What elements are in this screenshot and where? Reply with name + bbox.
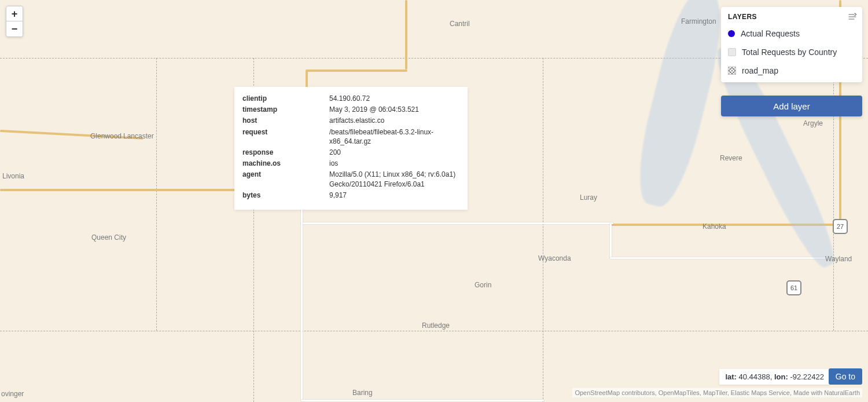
tooltip-field-key: host [242, 116, 329, 125]
zoom-control: + − [6, 6, 23, 37]
coordinates-display: lat: 40.44388, lon: -92.22422 [719, 369, 830, 385]
road-highway [306, 70, 407, 72]
layers-panel: LAYERS Actual Requests Total Requests by… [721, 7, 862, 82]
tooltip-field-key: clientip [242, 94, 329, 103]
road-local [610, 257, 830, 259]
city-label: Queen City [91, 233, 126, 242]
goto-button[interactable]: Go to [829, 368, 862, 385]
road-local [301, 400, 544, 401]
tooltip-field-value: May 3, 2019 @ 06:04:53.521 [329, 105, 459, 114]
road-local [301, 191, 303, 400]
legend-dot-icon [728, 30, 735, 37]
tooltip-field-value: 200 [329, 148, 459, 157]
tooltip-field-key: timestamp [242, 105, 329, 114]
city-label: Baring [352, 389, 373, 397]
road-highway [0, 130, 144, 140]
border-line [0, 331, 868, 332]
legend-hatch-icon [728, 67, 736, 75]
city-label: Luray [580, 193, 597, 202]
tooltip-field-value: Mozilla/5.0 (X11; Linux x86_64; rv:6.0a1… [329, 170, 459, 188]
city-label: Rutledge [422, 321, 450, 330]
lon-label: lon: [774, 372, 788, 381]
lat-value: 40.44388 [739, 372, 770, 381]
zoom-in-button[interactable]: + [6, 6, 23, 21]
collapse-panel-icon[interactable] [848, 13, 856, 21]
city-label: Livonia [2, 172, 24, 180]
tooltip-field-value: artifacts.elastic.co [329, 116, 459, 125]
layers-title: LAYERS [728, 13, 757, 21]
add-layer-button[interactable]: Add layer [721, 96, 862, 116]
layer-label: Total Requests by Country [742, 47, 837, 57]
zoom-out-button[interactable]: − [6, 21, 23, 36]
city-label: Cantril [450, 20, 470, 28]
lon-value: -92.22422 [790, 372, 824, 381]
layer-item-total-requests[interactable]: Total Requests by Country [721, 43, 862, 61]
lat-label: lat: [725, 372, 737, 381]
feature-tooltip: clientip54.190.60.72timestampMay 3, 2019… [234, 87, 468, 210]
border-line [156, 58, 157, 331]
layer-label: Actual Requests [741, 29, 800, 38]
tooltip-field-key: agent [242, 170, 329, 188]
layer-item-road-map[interactable]: road_map [721, 61, 862, 80]
tooltip-field-key: bytes [242, 191, 329, 200]
city-label: ovinger [1, 390, 24, 398]
map-attribution: OpenStreetMap contributors, OpenMapTiles… [572, 388, 862, 397]
river [628, 0, 731, 211]
road-highway [405, 0, 407, 70]
road-local [610, 224, 612, 258]
layer-item-actual-requests[interactable]: Actual Requests [721, 24, 862, 43]
city-label: Argyle [803, 119, 823, 127]
layer-label: road_map [742, 66, 778, 75]
tooltip-field-value: /beats/filebeat/filebeat-6.3.2-linux-x86… [329, 127, 459, 146]
city-label: Gorin [475, 281, 491, 289]
tooltip-field-key: response [242, 148, 329, 157]
tooltip-field-key: request [242, 127, 329, 146]
legend-square-icon [728, 48, 736, 56]
border-line [543, 58, 544, 402]
tooltip-field-value: 54.190.60.72 [329, 94, 459, 103]
tooltip-field-key: machine.os [242, 159, 329, 168]
city-label: Revere [720, 154, 742, 162]
tooltip-field-value: ios [329, 159, 459, 168]
map-canvas[interactable]: CantrilFarmingtonGlenwoodLancasterArgyle… [0, 0, 868, 402]
road-local [301, 222, 613, 224]
route-shield: 61 [786, 280, 801, 295]
tooltip-field-value: 9,917 [329, 191, 459, 200]
route-shield: 27 [833, 219, 848, 234]
